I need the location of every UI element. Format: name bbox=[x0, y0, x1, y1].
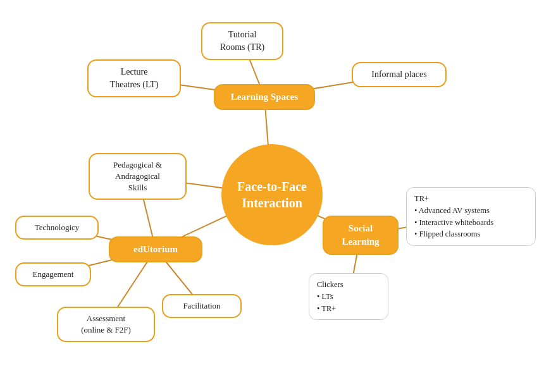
center-label: Face-to-FaceInteraction bbox=[221, 144, 323, 245]
tutorial-rooms-node: TutorialRooms (TR) bbox=[201, 23, 283, 59]
assessment-node: Assessment(online & F2F) bbox=[57, 306, 155, 343]
assessment-label: Assessment(online & F2F) bbox=[57, 307, 155, 342]
pedagogical-node: Pedagogical &AndragogicalSkills bbox=[89, 154, 187, 199]
clickers-node: Clickers• LTs• TR+ bbox=[309, 273, 388, 326]
facilitation-label: Facilitation bbox=[162, 294, 242, 318]
lecture-theatres-node: LectureTheatres (LT) bbox=[87, 61, 181, 96]
edutorium-label: edUtorium bbox=[109, 236, 202, 262]
learning-spaces-label: Learning Spaces bbox=[214, 84, 315, 110]
engagement-label: Engagement bbox=[15, 262, 91, 286]
pedagogical-label: Pedagogical &AndragogicalSkills bbox=[89, 153, 187, 200]
facilitation-node: Facilitation bbox=[162, 293, 242, 319]
tr-plus-label: TR+• Advanced AV systems• Interactive wh… bbox=[406, 187, 536, 246]
informal-places-node: Informal places bbox=[352, 61, 447, 89]
mindmap-canvas: Face-to-FaceInteraction Learning Spaces … bbox=[0, 0, 544, 392]
tr-plus-node: TR+• Advanced AV systems• Interactive wh… bbox=[406, 187, 536, 250]
lecture-theatres-label: LectureTheatres (LT) bbox=[87, 59, 181, 97]
social-learning-label: SocialLearning bbox=[323, 216, 399, 255]
engagement-node: Engagement bbox=[15, 262, 91, 287]
edutorium-node: edUtorium bbox=[109, 235, 202, 263]
technologicy-label: Technologicy bbox=[15, 216, 99, 240]
technologicy-node: Technologicy bbox=[15, 215, 99, 240]
informal-places-label: Informal places bbox=[352, 62, 447, 87]
clickers-label: Clickers• LTs• TR+ bbox=[309, 273, 388, 320]
social-learning-node: SocialLearning bbox=[323, 215, 399, 255]
center-node: Face-to-FaceInteraction bbox=[221, 144, 323, 245]
tutorial-rooms-label: TutorialRooms (TR) bbox=[201, 22, 283, 59]
learning-spaces-node: Learning Spaces bbox=[214, 82, 315, 111]
